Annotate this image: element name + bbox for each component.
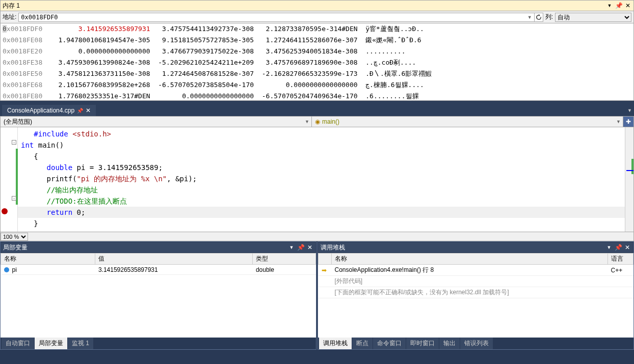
memory-row: 0x0018FE50 3.4758121363731150e-308 1.272… [1,68,633,79]
tab-dropdown-icon[interactable]: ▼ [627,108,632,113]
editor-tab-bar: ConsoleApplication4.cpp 📌 ✕ ▼ [0,101,634,116]
dropdown-icon[interactable]: ▼ [605,244,613,251]
col-value[interactable]: 值 [95,254,253,265]
memory-row: 0x0018FE80 1.776802353351e-317#DEN 0.000… [1,91,633,101]
code-line[interactable]: printf("pi 的内存地址为 %x \n", &pi); [18,173,625,184]
address-input[interactable] [18,13,534,22]
col-type[interactable]: 类型 [253,254,316,265]
scope-method-select[interactable]: ◉ main() ▼ [312,117,623,127]
locals-header: 局部变量 ▼ 📌 ✕ [1,242,316,253]
callstack-title: 调用堆栈 [321,243,605,252]
callstack-table: 名称 语言 ➡ConsoleApplication4.exe!main() 行 … [318,253,633,298]
locals-tab-strip: 自动窗口局部变量监视 1 [1,338,316,349]
pin-icon[interactable]: 📌 [615,244,622,251]
panel-tab[interactable]: 调用堆栈 [319,338,352,349]
code-line[interactable]: int main() [18,139,625,151]
panel-tab[interactable]: 自动窗口 [2,338,34,349]
variable-icon [4,267,9,272]
memory-toolbar: 地址: ▼ 列: 自动 [0,11,634,23]
memory-view[interactable]: 0x0018FDF0 3.1415926535897931 3.47575441… [0,23,634,101]
pin-icon[interactable]: 📌 [77,108,83,113]
file-tab[interactable]: ConsoleApplication4.cpp 📌 ✕ [2,105,96,116]
col-name[interactable]: 名称 [332,254,608,265]
panel-tab[interactable]: 监视 1 [68,338,93,349]
panel-tab[interactable]: 命令窗口 [373,338,406,349]
zoom-select[interactable]: 100 % [1,233,28,241]
fold-toggle[interactable]: - [12,196,16,201]
columns-select[interactable]: 自动 [555,13,631,22]
refresh-button[interactable] [534,13,543,22]
memory-row: 0x0018FE68 2.1015677608399582e+268 -6.57… [1,79,633,91]
memory-panel-title: 内存 1 [3,2,606,10]
close-icon[interactable]: ✕ [306,244,313,251]
edge-line-marker [626,170,633,171]
panel-tab[interactable]: 即时窗口 [406,338,439,349]
scope-global-select[interactable]: (全局范围) ▼ [1,117,312,127]
code-line[interactable]: //输出内存地址 [18,184,625,195]
pin-icon[interactable]: 📌 [615,2,622,9]
col-name[interactable]: 名称 [1,254,95,265]
vertical-scrollbar[interactable] [625,127,633,232]
callstack-tab-strip: 调用堆栈断点命令窗口即时窗口输出错误列表 [318,338,633,349]
panel-tab[interactable]: 输出 [439,338,460,349]
code-editor[interactable]: - - ➡ #include <stdio.h>int main() { dou… [0,127,634,232]
method-icon: ◉ [315,118,320,125]
locals-body[interactable]: 名称 值 类型 pi 3.1415926535897931 double [1,253,316,338]
breakpoint-icon[interactable] [2,208,8,214]
panel-tab[interactable]: 局部变量 [35,338,67,349]
col-lang[interactable]: 语言 [608,254,633,265]
code-line[interactable]: return 0; [18,207,625,218]
chevron-down-icon: ▼ [616,119,621,124]
table-row[interactable]: [外部代码] [319,276,633,287]
close-icon[interactable]: ✕ [624,2,631,9]
code-line[interactable]: { [18,151,625,162]
table-row[interactable]: ➡ConsoleApplication4.exe!main() 行 8C++ [319,265,633,276]
add-button[interactable]: ✚ [623,117,633,127]
code-line[interactable]: } [18,218,625,229]
editor-gutter[interactable]: - - ➡ [1,127,18,232]
panel-tab[interactable]: 断点 [352,338,373,349]
code-line[interactable]: #include <stdio.h> [18,128,625,139]
callstack-header: 调用堆栈 ▼ 📌 ✕ [318,242,633,253]
memory-row: 0x0018FE38 3.4759309613990824e-308 -5.20… [1,57,633,68]
memory-row: 0x0018FDF0 3.1415926535897931 3.47575441… [1,23,633,35]
panel-tab[interactable]: 错误列表 [460,338,493,349]
table-row[interactable]: pi 3.1415926535897931 double [1,265,316,275]
close-icon[interactable]: ✕ [624,244,631,251]
locals-title: 局部变量 [3,243,288,252]
code-line[interactable]: //TODO:在这里插入断点 [18,195,625,207]
memory-row: 0x0018FE20 0.0000000000000000 3.47667790… [1,46,633,57]
dropdown-icon[interactable]: ▼ [606,2,613,9]
zoom-bar: 100 % [0,232,634,241]
memory-panel-header: 内存 1 ▼ 📌 ✕ [0,0,634,11]
scope-bar: (全局范围) ▼ ◉ main() ▼ ✚ [0,116,634,127]
close-icon[interactable]: ✕ [86,107,91,114]
chevron-down-icon: ▼ [305,119,309,124]
callstack-body[interactable]: 名称 语言 ➡ConsoleApplication4.exe!main() 行 … [318,253,633,338]
memory-row: 0x0018FE08 1.9478001068194547e-305 9.151… [1,35,633,46]
pin-icon[interactable]: 📌 [297,244,304,251]
address-dropdown-icon[interactable]: ▼ [527,15,532,20]
locals-table: 名称 值 类型 pi 3.1415926535897931 double [1,253,316,275]
address-label: 地址: [3,13,16,21]
code-content[interactable]: #include <stdio.h>int main() { double pi… [18,127,625,232]
fold-toggle[interactable]: - [12,140,16,145]
edge-marker [631,159,633,174]
dropdown-icon[interactable]: ▼ [288,244,295,251]
columns-label: 列: [545,13,553,21]
file-tab-label: ConsoleApplication4.cpp [7,107,74,114]
code-line[interactable]: double pi = 3.141592653589; [18,162,625,173]
table-row[interactable]: [下面的框架可能不正确和/或缺失，没有为 kernel32.dll 加载符号] [319,287,633,298]
current-frame-icon: ➡ [322,267,327,272]
